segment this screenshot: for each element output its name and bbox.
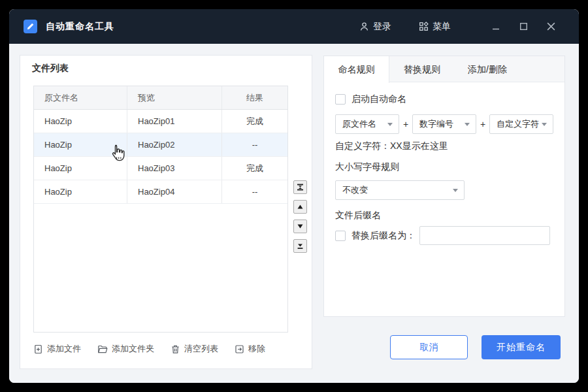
replace-suffix-row: 替换后缀名为：	[335, 226, 550, 245]
replace-suffix-label: 替换后缀名为：	[351, 230, 416, 242]
file-list-title: 文件列表	[32, 63, 69, 74]
plus-sign: +	[399, 119, 412, 129]
cell-preview: HaoZip02	[127, 133, 222, 156]
file-list-toolbar: 添加文件 添加文件夹	[33, 343, 282, 355]
cell-preview: HaoZip01	[127, 110, 222, 133]
cell-result: --	[222, 180, 287, 203]
name-part-2-value: 数字编号	[419, 119, 453, 129]
table-row[interactable]: HaoZip HaoZip04 --	[34, 180, 287, 204]
col-header-original: 原文件名	[34, 86, 127, 109]
remove-label: 移除	[248, 343, 265, 355]
maximize-button[interactable]	[515, 18, 532, 35]
name-part-3-value: 自定义字符	[497, 119, 539, 129]
cell-result: --	[222, 133, 287, 156]
suffix-section-label: 文件后缀名	[335, 210, 381, 221]
name-part-1-select[interactable]: 原文件名	[335, 114, 399, 134]
move-top-button[interactable]	[293, 180, 307, 194]
cancel-button[interactable]: 取消	[390, 335, 468, 359]
add-folder-button[interactable]: 添加文件夹	[97, 343, 154, 355]
move-down-button[interactable]	[293, 220, 307, 233]
chevron-down-icon	[465, 123, 470, 126]
table-row[interactable]: HaoZip HaoZip03 完成	[34, 157, 287, 180]
titlebar: 自动重命名工具 登录	[9, 9, 579, 44]
tab-add-delete[interactable]: 添加/删除	[455, 56, 520, 82]
cell-original: HaoZip	[34, 133, 127, 156]
rules-panel: 命名规则 替换规则 添加/删除 启动自动命名 原文件名 + 数字编号 +	[323, 56, 565, 317]
close-button[interactable]	[542, 18, 559, 35]
plus-sign: +	[476, 119, 489, 129]
start-rename-button[interactable]: 开始重命名	[482, 335, 561, 359]
replace-suffix-checkbox[interactable]	[335, 231, 346, 241]
move-up-icon	[297, 203, 304, 210]
auto-name-checkbox-row: 启动自动命名	[335, 93, 406, 105]
add-folder-label: 添加文件夹	[112, 343, 154, 355]
move-up-button[interactable]	[293, 200, 307, 214]
table-row-hovered[interactable]: HaoZip HaoZip02 --	[34, 133, 287, 157]
auto-name-label: 启动自动命名	[351, 93, 406, 105]
chevron-down-icon	[542, 123, 547, 126]
case-rule-label: 大小写字母规则	[335, 161, 399, 173]
name-part-2-select[interactable]: 数字编号	[412, 114, 476, 134]
add-folder-icon	[97, 344, 112, 354]
app-window: 自动重命名工具 登录	[9, 9, 579, 383]
login-button[interactable]: 登录	[359, 21, 391, 33]
clear-list-button[interactable]: 清空列表	[171, 343, 218, 355]
chevron-down-icon	[453, 189, 458, 192]
tab-replace-rules[interactable]: 替换规则	[389, 56, 455, 82]
case-rule-value: 不改变	[342, 185, 368, 195]
col-header-preview: 预览	[127, 86, 222, 109]
app-body: 文件列表 原文件名 预览 结果 HaoZip HaoZip01 完成 HaoZi…	[9, 44, 579, 383]
move-bottom-button[interactable]	[293, 239, 307, 253]
name-part-3-select[interactable]: 自定义字符	[489, 114, 553, 134]
menu-button[interactable]: 菜单	[419, 21, 451, 33]
maximize-icon	[519, 22, 528, 31]
chevron-down-icon	[387, 123, 393, 126]
rules-tabbar: 命名规则 替换规则 添加/删除	[324, 56, 564, 82]
move-down-icon	[297, 223, 304, 230]
menu-label: 菜单	[433, 21, 451, 33]
cell-original: HaoZip	[34, 110, 127, 133]
login-label: 登录	[373, 21, 391, 33]
minimize-icon	[491, 22, 500, 31]
add-file-icon	[33, 344, 47, 354]
user-icon	[359, 22, 373, 31]
col-header-result: 结果	[222, 86, 287, 109]
file-list-panel: 文件列表 原文件名 预览 结果 HaoZip HaoZip01 完成 HaoZi…	[20, 55, 312, 369]
close-icon	[546, 22, 556, 31]
add-file-label: 添加文件	[47, 343, 81, 355]
app-logo	[24, 20, 37, 33]
cell-result: 完成	[222, 110, 287, 133]
name-part-1-value: 原文件名	[342, 119, 376, 129]
table-header-row: 原文件名 预览 结果	[34, 86, 287, 110]
case-rule-select[interactable]: 不改变	[335, 180, 465, 200]
cell-original: HaoZip	[34, 180, 127, 203]
name-parts-row: 原文件名 + 数字编号 + 自定义字符	[335, 114, 553, 134]
auto-name-checkbox[interactable]	[335, 94, 346, 105]
custom-chars-hint: 自定义字符：XX显示在这里	[335, 140, 448, 152]
cell-preview: HaoZip03	[127, 157, 222, 180]
add-file-button[interactable]: 添加文件	[33, 343, 81, 355]
move-top-icon	[297, 184, 304, 191]
tab-naming-rules[interactable]: 命名规则	[324, 56, 389, 83]
minimize-button[interactable]	[487, 18, 504, 35]
remove-button[interactable]: 移除	[235, 343, 265, 355]
remove-icon	[235, 344, 248, 354]
move-bottom-icon	[297, 242, 304, 250]
cell-original: HaoZip	[34, 157, 127, 180]
cell-preview: HaoZip04	[127, 180, 222, 203]
cell-result: 完成	[222, 157, 287, 180]
app-title: 自动重命名工具	[46, 21, 114, 33]
suffix-input[interactable]	[419, 226, 550, 245]
file-table: 原文件名 预览 结果 HaoZip HaoZip01 完成 HaoZip Hao…	[33, 86, 288, 333]
clear-list-icon	[171, 344, 184, 354]
table-row[interactable]: HaoZip HaoZip01 完成	[34, 110, 287, 133]
pencil-icon	[26, 22, 35, 31]
grid-menu-icon	[419, 22, 433, 31]
clear-list-label: 清空列表	[184, 343, 218, 355]
